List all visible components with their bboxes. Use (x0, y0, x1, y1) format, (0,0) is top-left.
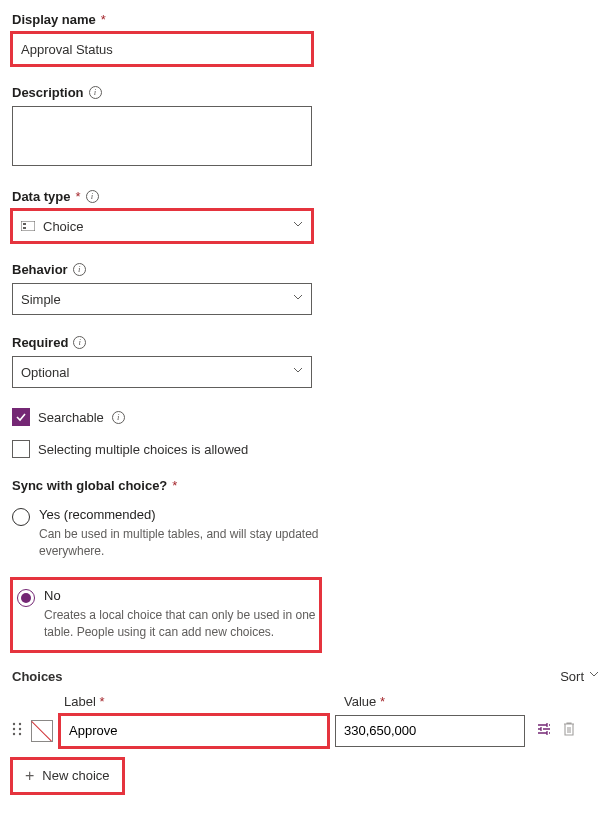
display-name-input[interactable] (12, 33, 312, 65)
svg-rect-2 (23, 227, 26, 229)
required-value: Optional (21, 365, 69, 380)
choice-label-input[interactable] (60, 715, 328, 747)
required-asterisk: * (101, 12, 106, 27)
sort-button[interactable]: Sort (560, 669, 599, 684)
behavior-label: Behavior i (12, 262, 599, 277)
display-name-label: Display name * (12, 12, 599, 27)
data-type-value: Choice (43, 219, 83, 234)
behavior-label-text: Behavior (12, 262, 68, 277)
info-icon[interactable]: i (73, 336, 86, 349)
required-label-text: Required (12, 335, 68, 350)
sync-no-desc: Creates a local choice that can only be … (44, 607, 319, 642)
plus-icon: + (25, 767, 34, 785)
svg-point-8 (19, 733, 21, 735)
behavior-select[interactable]: Simple (12, 283, 312, 315)
chevron-down-icon (293, 367, 303, 377)
sync-no-option[interactable]: No Creates a local choice that can only … (17, 586, 319, 644)
svg-point-4 (19, 723, 21, 725)
chevron-down-icon (293, 221, 303, 231)
info-icon[interactable]: i (86, 190, 99, 203)
required-select[interactable]: Optional (12, 356, 312, 388)
data-type-label: Data type * i (12, 189, 599, 204)
searchable-label: Searchable (38, 410, 104, 425)
description-label-text: Description (12, 85, 84, 100)
svg-point-5 (13, 728, 15, 730)
color-swatch[interactable] (31, 720, 53, 742)
data-type-select[interactable]: Choice (12, 210, 312, 242)
required-label: Required i (12, 335, 599, 350)
display-name-label-text: Display name (12, 12, 96, 27)
sync-label: Sync with global choice? * (12, 478, 599, 493)
required-asterisk: * (172, 478, 177, 493)
choice-row (12, 715, 599, 747)
sort-label: Sort (560, 669, 584, 684)
chevron-down-icon (293, 294, 303, 304)
required-asterisk: * (76, 189, 81, 204)
description-input[interactable] (12, 106, 312, 166)
sync-yes-option[interactable]: Yes (recommended) Can be used in multipl… (12, 505, 599, 563)
svg-rect-1 (23, 223, 26, 225)
radio-no[interactable] (17, 589, 35, 607)
svg-point-7 (13, 733, 15, 735)
sync-no-label: No (44, 588, 319, 603)
svg-rect-0 (21, 221, 35, 231)
drag-handle-icon[interactable] (12, 722, 24, 739)
info-icon[interactable]: i (112, 411, 125, 424)
multiple-checkbox[interactable] (12, 440, 30, 458)
new-choice-label: New choice (42, 768, 109, 783)
searchable-checkbox[interactable] (12, 408, 30, 426)
choices-title: Choices (12, 669, 63, 684)
data-type-label-text: Data type (12, 189, 71, 204)
description-label: Description i (12, 85, 599, 100)
svg-point-6 (19, 728, 21, 730)
column-label-header: Label * (64, 694, 332, 709)
sync-label-text: Sync with global choice? (12, 478, 167, 493)
choice-value-input[interactable] (335, 715, 525, 747)
behavior-value: Simple (21, 292, 61, 307)
svg-point-3 (13, 723, 15, 725)
multiple-label: Selecting multiple choices is allowed (38, 442, 248, 457)
delete-icon[interactable] (562, 721, 576, 740)
info-icon[interactable]: i (89, 86, 102, 99)
new-choice-button[interactable]: + New choice (12, 759, 123, 793)
info-icon[interactable]: i (73, 263, 86, 276)
sync-yes-desc: Can be used in multiple tables, and will… (39, 526, 319, 561)
choice-type-icon (21, 220, 35, 232)
sync-yes-label: Yes (recommended) (39, 507, 599, 522)
column-value-header: Value * (344, 694, 534, 709)
chevron-down-icon (589, 671, 599, 681)
radio-yes[interactable] (12, 508, 30, 526)
settings-icon[interactable] (536, 721, 552, 740)
